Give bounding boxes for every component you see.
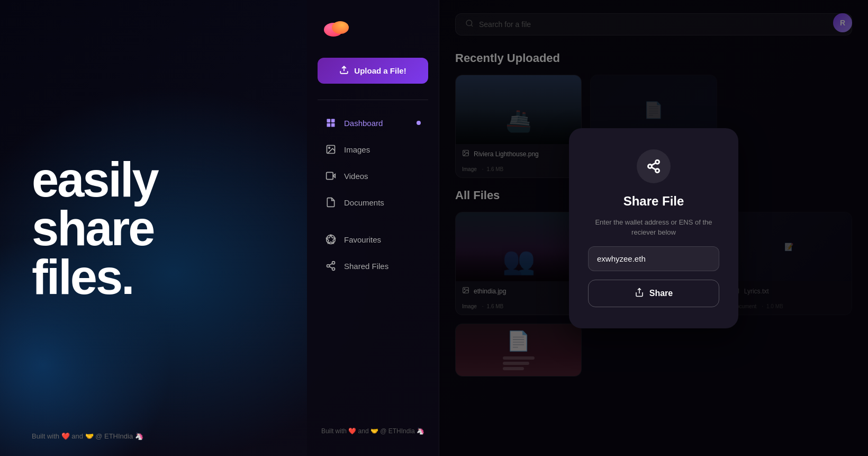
svg-line-16 bbox=[329, 266, 332, 268]
sidebar-dashboard-label: Dashboard bbox=[344, 119, 383, 128]
svg-point-8 bbox=[329, 147, 330, 149]
hero-text: easily share files. bbox=[32, 155, 275, 301]
dashboard-icon bbox=[325, 117, 337, 129]
sidebar: Upload a File! Dashboard bbox=[307, 0, 439, 456]
sidebar-images-label: Images bbox=[344, 145, 370, 154]
sidebar-shared-label: Shared Files bbox=[344, 262, 388, 271]
svg-point-27 bbox=[648, 164, 652, 168]
sidebar-favourites-label: Favourites bbox=[344, 235, 381, 244]
share-modal-input[interactable] bbox=[588, 246, 719, 271]
sidebar-item-shared[interactable]: Shared Files bbox=[318, 254, 428, 278]
videos-icon bbox=[325, 170, 337, 182]
sidebar-item-favourites[interactable]: Favourites bbox=[318, 227, 428, 252]
svg-line-30 bbox=[652, 163, 656, 165]
hero-panel: easily share files. Built with ❤️ and 🤝 … bbox=[0, 0, 307, 456]
shared-files-icon bbox=[325, 260, 337, 272]
upload-icon bbox=[339, 65, 349, 76]
upload-button-label: Upload a File! bbox=[354, 66, 406, 75]
share-modal: Share File Enter the wallet address or E… bbox=[569, 128, 738, 328]
svg-point-14 bbox=[327, 265, 330, 267]
sidebar-item-documents[interactable]: Documents bbox=[318, 190, 428, 214]
share-btn-label: Share bbox=[649, 289, 673, 298]
sidebar-footer-text: Built with ❤️ and 🤝 @ ETHIndia 🦄 bbox=[321, 427, 424, 435]
sidebar-item-videos[interactable]: Videos bbox=[318, 164, 428, 188]
svg-rect-5 bbox=[327, 123, 331, 127]
sidebar-documents-label: Documents bbox=[344, 198, 384, 207]
share-modal-button[interactable]: Share bbox=[588, 280, 719, 307]
main-content: R Recently Uploaded 🚢 bbox=[439, 0, 868, 456]
svg-rect-3 bbox=[327, 119, 331, 123]
hero-line1: easily bbox=[32, 155, 275, 204]
svg-point-15 bbox=[332, 267, 335, 270]
nav-dot-dashboard bbox=[417, 121, 421, 125]
favourites-icon bbox=[325, 234, 337, 245]
sidebar-item-dashboard[interactable]: Dashboard bbox=[318, 111, 428, 135]
svg-line-29 bbox=[652, 167, 656, 169]
upload-button[interactable]: Upload a File! bbox=[318, 58, 428, 84]
sidebar-videos-label: Videos bbox=[344, 172, 368, 181]
svg-point-28 bbox=[656, 168, 659, 172]
app-panel: Upload a File! Dashboard bbox=[307, 0, 868, 456]
svg-point-13 bbox=[332, 262, 335, 264]
hero-line3: files. bbox=[32, 253, 275, 301]
images-icon bbox=[325, 144, 337, 155]
svg-rect-9 bbox=[327, 172, 333, 179]
built-with-footer: Built with ❤️ and 🤝 @ ETHIndia 🦄 bbox=[32, 432, 143, 440]
svg-point-26 bbox=[656, 160, 659, 164]
svg-line-17 bbox=[329, 263, 332, 265]
sidebar-item-images[interactable]: Images bbox=[318, 137, 428, 162]
documents-icon bbox=[325, 196, 337, 208]
svg-point-1 bbox=[332, 21, 349, 34]
share-btn-icon bbox=[635, 288, 644, 299]
sidebar-footer: Built with ❤️ and 🤝 @ ETHIndia 🦄 bbox=[318, 427, 428, 440]
logo-icon bbox=[323, 16, 350, 42]
share-modal-icon bbox=[637, 149, 671, 183]
svg-rect-4 bbox=[331, 119, 335, 123]
share-modal-description: Enter the wallet address or ENS of the r… bbox=[588, 217, 719, 238]
modal-overlay: Share File Enter the wallet address or E… bbox=[439, 0, 868, 456]
logo-area bbox=[318, 16, 428, 42]
share-modal-title: Share File bbox=[623, 194, 684, 209]
svg-rect-6 bbox=[331, 123, 335, 127]
hero-line2: share bbox=[32, 204, 275, 253]
nav-divider bbox=[318, 100, 428, 100]
